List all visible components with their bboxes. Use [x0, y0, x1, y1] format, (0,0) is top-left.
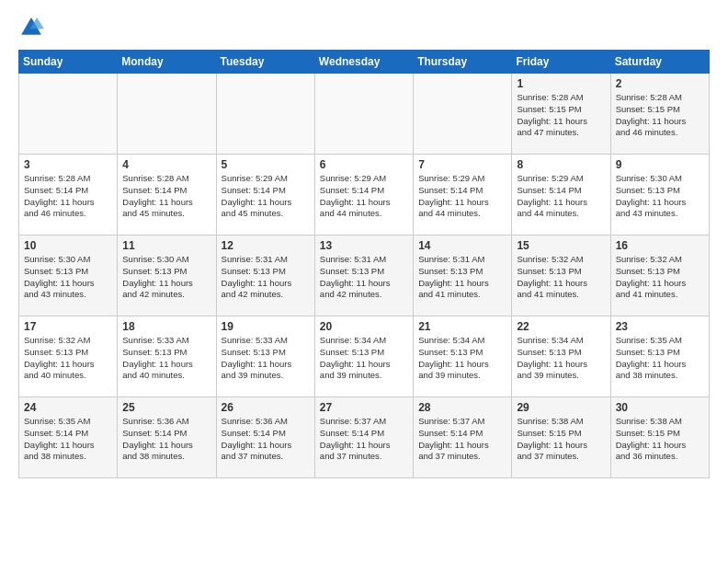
- day-number: 4: [122, 158, 210, 171]
- weekday-header-wednesday: Wednesday: [314, 51, 413, 74]
- day-info: Sunrise: 5:31 AM Sunset: 5:13 PM Dayligh…: [418, 254, 506, 301]
- day-info: Sunrise: 5:31 AM Sunset: 5:13 PM Dayligh…: [222, 254, 310, 301]
- weekday-header-friday: Friday: [512, 51, 610, 74]
- weekday-header-thursday: Thursday: [414, 51, 512, 74]
- day-cell-1: 1Sunrise: 5:28 AM Sunset: 5:15 PM Daylig…: [512, 74, 610, 155]
- day-info: Sunrise: 5:29 AM Sunset: 5:14 PM Dayligh…: [418, 173, 506, 220]
- logo: [18, 15, 48, 40]
- day-number: 8: [517, 158, 605, 171]
- empty-cell: [118, 74, 216, 155]
- day-cell-24: 24Sunrise: 5:35 AM Sunset: 5:14 PM Dayli…: [19, 397, 118, 478]
- weekday-header-monday: Monday: [118, 51, 216, 74]
- day-number: 25: [122, 401, 210, 414]
- empty-cell: [314, 74, 413, 155]
- day-info: Sunrise: 5:32 AM Sunset: 5:13 PM Dayligh…: [616, 254, 704, 301]
- empty-cell: [414, 74, 512, 155]
- day-cell-11: 11Sunrise: 5:30 AM Sunset: 5:13 PM Dayli…: [118, 236, 216, 316]
- day-cell-2: 2Sunrise: 5:28 AM Sunset: 5:15 PM Daylig…: [610, 74, 709, 155]
- day-number: 30: [616, 401, 704, 414]
- day-cell-3: 3Sunrise: 5:28 AM Sunset: 5:14 PM Daylig…: [19, 155, 118, 236]
- day-number: 2: [616, 77, 704, 90]
- day-cell-22: 22Sunrise: 5:34 AM Sunset: 5:13 PM Dayli…: [512, 316, 610, 397]
- day-cell-6: 6Sunrise: 5:29 AM Sunset: 5:14 PM Daylig…: [314, 155, 413, 236]
- empty-cell: [216, 74, 314, 155]
- day-cell-13: 13Sunrise: 5:31 AM Sunset: 5:13 PM Dayli…: [314, 236, 413, 316]
- day-info: Sunrise: 5:35 AM Sunset: 5:14 PM Dayligh…: [24, 416, 112, 463]
- day-info: Sunrise: 5:37 AM Sunset: 5:14 PM Dayligh…: [320, 416, 408, 463]
- day-number: 19: [222, 320, 310, 333]
- day-info: Sunrise: 5:28 AM Sunset: 5:14 PM Dayligh…: [24, 173, 112, 220]
- day-number: 9: [616, 158, 704, 171]
- logo-icon: [18, 15, 44, 40]
- day-cell-21: 21Sunrise: 5:34 AM Sunset: 5:13 PM Dayli…: [414, 316, 512, 397]
- day-number: 7: [418, 158, 506, 171]
- day-number: 10: [24, 239, 112, 252]
- day-cell-7: 7Sunrise: 5:29 AM Sunset: 5:14 PM Daylig…: [414, 155, 512, 236]
- day-info: Sunrise: 5:30 AM Sunset: 5:13 PM Dayligh…: [616, 173, 704, 220]
- day-info: Sunrise: 5:29 AM Sunset: 5:14 PM Dayligh…: [222, 173, 310, 220]
- day-info: Sunrise: 5:32 AM Sunset: 5:13 PM Dayligh…: [517, 254, 605, 301]
- day-cell-18: 18Sunrise: 5:33 AM Sunset: 5:13 PM Dayli…: [118, 316, 216, 397]
- day-number: 15: [517, 239, 605, 252]
- day-number: 29: [517, 401, 605, 414]
- day-info: Sunrise: 5:31 AM Sunset: 5:13 PM Dayligh…: [320, 254, 408, 301]
- day-info: Sunrise: 5:32 AM Sunset: 5:13 PM Dayligh…: [24, 335, 112, 382]
- day-cell-10: 10Sunrise: 5:30 AM Sunset: 5:13 PM Dayli…: [19, 236, 118, 316]
- day-info: Sunrise: 5:38 AM Sunset: 5:15 PM Dayligh…: [517, 416, 605, 463]
- day-info: Sunrise: 5:34 AM Sunset: 5:13 PM Dayligh…: [517, 335, 605, 382]
- day-info: Sunrise: 5:29 AM Sunset: 5:14 PM Dayligh…: [320, 173, 408, 220]
- day-number: 3: [24, 158, 112, 171]
- day-number: 1: [517, 77, 605, 90]
- day-cell-23: 23Sunrise: 5:35 AM Sunset: 5:13 PM Dayli…: [610, 316, 709, 397]
- day-info: Sunrise: 5:33 AM Sunset: 5:13 PM Dayligh…: [122, 335, 210, 382]
- day-cell-9: 9Sunrise: 5:30 AM Sunset: 5:13 PM Daylig…: [610, 155, 709, 236]
- day-info: Sunrise: 5:36 AM Sunset: 5:14 PM Dayligh…: [222, 416, 310, 463]
- day-info: Sunrise: 5:35 AM Sunset: 5:13 PM Dayligh…: [616, 335, 704, 382]
- day-number: 24: [24, 401, 112, 414]
- day-cell-16: 16Sunrise: 5:32 AM Sunset: 5:13 PM Dayli…: [610, 236, 709, 316]
- empty-cell: [19, 74, 118, 155]
- header: [18, 15, 710, 40]
- day-number: 27: [320, 401, 408, 414]
- day-info: Sunrise: 5:38 AM Sunset: 5:15 PM Dayligh…: [616, 416, 704, 463]
- day-number: 13: [320, 239, 408, 252]
- day-number: 26: [222, 401, 310, 414]
- day-cell-26: 26Sunrise: 5:36 AM Sunset: 5:14 PM Dayli…: [216, 397, 314, 478]
- day-number: 6: [320, 158, 408, 171]
- day-cell-15: 15Sunrise: 5:32 AM Sunset: 5:13 PM Dayli…: [512, 236, 610, 316]
- day-info: Sunrise: 5:29 AM Sunset: 5:14 PM Dayligh…: [517, 173, 605, 220]
- weekday-header-tuesday: Tuesday: [216, 51, 314, 74]
- day-number: 17: [24, 320, 112, 333]
- weekday-header-saturday: Saturday: [610, 51, 709, 74]
- day-number: 22: [517, 320, 605, 333]
- day-cell-30: 30Sunrise: 5:38 AM Sunset: 5:15 PM Dayli…: [610, 397, 709, 478]
- day-number: 14: [418, 239, 506, 252]
- day-cell-5: 5Sunrise: 5:29 AM Sunset: 5:14 PM Daylig…: [216, 155, 314, 236]
- day-number: 28: [418, 401, 506, 414]
- week-row-1: 1Sunrise: 5:28 AM Sunset: 5:15 PM Daylig…: [19, 74, 710, 155]
- week-row-4: 17Sunrise: 5:32 AM Sunset: 5:13 PM Dayli…: [19, 316, 710, 397]
- day-cell-29: 29Sunrise: 5:38 AM Sunset: 5:15 PM Dayli…: [512, 397, 610, 478]
- day-number: 16: [616, 239, 704, 252]
- day-number: 5: [222, 158, 310, 171]
- day-info: Sunrise: 5:30 AM Sunset: 5:13 PM Dayligh…: [122, 254, 210, 301]
- day-cell-12: 12Sunrise: 5:31 AM Sunset: 5:13 PM Dayli…: [216, 236, 314, 316]
- day-cell-25: 25Sunrise: 5:36 AM Sunset: 5:14 PM Dayli…: [118, 397, 216, 478]
- day-number: 18: [122, 320, 210, 333]
- day-info: Sunrise: 5:37 AM Sunset: 5:14 PM Dayligh…: [418, 416, 506, 463]
- day-cell-27: 27Sunrise: 5:37 AM Sunset: 5:14 PM Dayli…: [314, 397, 413, 478]
- day-info: Sunrise: 5:34 AM Sunset: 5:13 PM Dayligh…: [418, 335, 506, 382]
- weekday-header-row: SundayMondayTuesdayWednesdayThursdayFrid…: [19, 51, 710, 74]
- week-row-2: 3Sunrise: 5:28 AM Sunset: 5:14 PM Daylig…: [19, 155, 710, 236]
- day-number: 12: [222, 239, 310, 252]
- week-row-5: 24Sunrise: 5:35 AM Sunset: 5:14 PM Dayli…: [19, 397, 710, 478]
- day-info: Sunrise: 5:34 AM Sunset: 5:13 PM Dayligh…: [320, 335, 408, 382]
- day-info: Sunrise: 5:28 AM Sunset: 5:15 PM Dayligh…: [616, 92, 704, 139]
- day-info: Sunrise: 5:28 AM Sunset: 5:14 PM Dayligh…: [122, 173, 210, 220]
- day-cell-14: 14Sunrise: 5:31 AM Sunset: 5:13 PM Dayli…: [414, 236, 512, 316]
- day-number: 21: [418, 320, 506, 333]
- day-info: Sunrise: 5:30 AM Sunset: 5:13 PM Dayligh…: [24, 254, 112, 301]
- day-number: 20: [320, 320, 408, 333]
- day-cell-17: 17Sunrise: 5:32 AM Sunset: 5:13 PM Dayli…: [19, 316, 118, 397]
- day-info: Sunrise: 5:28 AM Sunset: 5:15 PM Dayligh…: [517, 92, 605, 139]
